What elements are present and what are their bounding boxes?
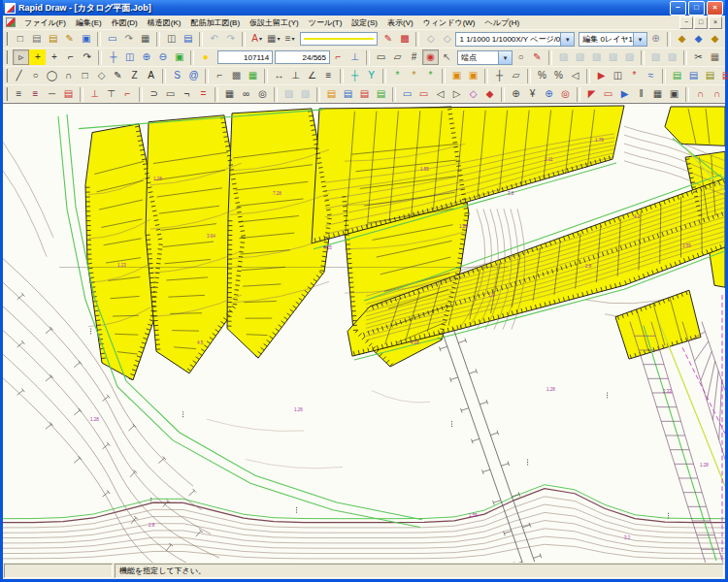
stirrup-1-button[interactable]: ∩ <box>692 86 709 102</box>
highlight-lamp-button[interactable]: ● <box>197 49 214 65</box>
box-frame-button[interactable]: ▣ <box>666 86 682 102</box>
pile-loop-button[interactable]: ∞ <box>238 86 254 102</box>
chevron-down-icon[interactable]: ▾ <box>560 33 574 46</box>
dim-level-button[interactable]: ≡ <box>320 68 337 83</box>
draw-cloud-button[interactable]: @ <box>185 68 202 83</box>
draw-freehand-button[interactable]: ✎ <box>110 68 126 83</box>
draw-ellipse-button[interactable]: ◯ <box>44 68 60 83</box>
coord-x-field[interactable]: 107114 <box>217 50 273 64</box>
scale-page-combo[interactable]: 1 1/1000 1/1000X/Y ページ/0▾ <box>455 32 575 47</box>
target-2-button[interactable]: ¥ <box>524 86 541 102</box>
move-object-button[interactable]: ┼ <box>491 68 508 83</box>
pair-bars-button[interactable]: ‖ <box>633 86 649 102</box>
mirror-button[interactable]: ◁ <box>567 68 583 83</box>
pen-settings-button[interactable]: ✎ <box>380 31 396 47</box>
draw-rect-button[interactable]: □ <box>77 68 93 83</box>
symbol-1-button[interactable]: * <box>389 68 406 83</box>
delete-object-button[interactable]: ◫ <box>610 68 626 83</box>
window-zoom-button[interactable]: ▭ <box>373 49 389 65</box>
dim-angle-button[interactable]: ∠ <box>304 68 320 83</box>
anchor-bar-button[interactable]: ⊥ <box>86 86 103 102</box>
add-select-button[interactable]: + <box>29 49 46 65</box>
paste-button[interactable]: ▤ <box>180 31 196 47</box>
ortho-mode-button[interactable]: ⊥ <box>347 49 363 65</box>
box-select-button[interactable]: + <box>46 49 62 65</box>
menu-item-5[interactable]: 仮設土留工(Y) <box>245 16 304 29</box>
aux-cross-button[interactable]: ┼ <box>347 68 363 83</box>
table-red-button[interactable]: ▤ <box>718 68 728 83</box>
menu-item-10[interactable]: ヘルプ(H) <box>480 16 525 29</box>
diamond-red-button[interactable]: ◆ <box>481 86 498 102</box>
symbol-3-button[interactable]: * <box>422 68 439 83</box>
hatch-select-button[interactable]: ▦▾ <box>265 31 281 47</box>
snap-circle-button[interactable]: ○ <box>513 49 529 65</box>
minimize-button[interactable]: − <box>670 1 686 16</box>
open-template-button[interactable]: ▤ <box>28 31 45 47</box>
u-bar-button[interactable]: ⊃ <box>146 86 162 102</box>
zoom-in-button[interactable]: ⊕ <box>138 49 154 65</box>
cut-tool-button[interactable]: ✂ <box>690 49 707 65</box>
menu-item-4[interactable]: 配筋加工図(B) <box>185 16 245 29</box>
close-button[interactable]: × <box>707 1 723 16</box>
tri-left-button[interactable]: ◁ <box>432 86 448 102</box>
dim-vertical-button[interactable]: ⊥ <box>287 68 304 83</box>
hook-bar-button[interactable]: ⌐ <box>119 86 136 102</box>
sheet-settings-button[interactable]: ▭ <box>104 31 120 47</box>
explode-button[interactable]: * <box>626 68 643 83</box>
snap-mode-combo[interactable]: 端点▾ <box>457 50 513 65</box>
offset-button[interactable]: ⌐ <box>212 68 228 83</box>
tri-right-button[interactable]: ▷ <box>448 86 465 102</box>
menu-item-3[interactable]: 構造図(K) <box>143 16 186 29</box>
color-select-button[interactable]: A▾ <box>248 31 265 47</box>
draw-spline-button[interactable]: S <box>169 68 185 83</box>
list-red-button[interactable]: ▤ <box>356 86 373 102</box>
chevron-down-icon[interactable]: ▾ <box>498 51 512 64</box>
scale-percent-button[interactable]: % <box>534 68 550 83</box>
stirrup-2-button[interactable]: ∩ <box>709 86 725 102</box>
open-folder-button[interactable]: ▤ <box>45 31 61 47</box>
hatch-fill-button[interactable]: ▩ <box>228 68 245 83</box>
mdi-close-button[interactable]: × <box>709 16 722 29</box>
table-olive-button[interactable]: ▤ <box>702 68 718 83</box>
angle-lock-button[interactable]: ⌐ <box>330 49 347 65</box>
snap-edit-button[interactable]: ✎ <box>529 49 546 65</box>
menu-item-8[interactable]: 表示(V) <box>382 16 418 29</box>
polygon-zoom-button[interactable]: ▱ <box>389 49 406 65</box>
restore-button[interactable]: □ <box>688 1 705 16</box>
menu-item-9[interactable]: ウィンドウ(W) <box>418 16 480 29</box>
toolbar-grip[interactable] <box>6 69 8 82</box>
table-blue-button[interactable]: ▤ <box>685 68 702 83</box>
pitch-divide-button[interactable]: # <box>406 49 422 65</box>
toolbar-grip[interactable] <box>6 50 10 64</box>
scale-copy-button[interactable]: % <box>550 68 567 83</box>
draw-polygon-button[interactable]: ◇ <box>93 68 110 83</box>
pile-section-button[interactable]: ▦ <box>221 86 238 102</box>
line-type-select-button[interactable]: ≡▾ <box>281 31 298 47</box>
table-green-button[interactable]: ▤ <box>669 68 685 83</box>
mark-flag-button[interactable]: ▶ <box>593 68 610 83</box>
snap-free-button[interactable]: ↖ <box>439 49 455 65</box>
copy-rotate-button[interactable]: ▱ <box>508 68 524 83</box>
mesh-tool-button[interactable]: ▦ <box>707 49 723 65</box>
snap-magnet-button[interactable]: ◉ <box>422 49 439 65</box>
symbol-2-button[interactable]: * <box>406 68 422 83</box>
toolbar-grip[interactable] <box>6 87 8 101</box>
color-palette-button[interactable]: ▩ <box>396 31 413 47</box>
pan-button[interactable]: ┼ <box>105 49 121 65</box>
chevron-down-icon[interactable]: ▾ <box>633 33 646 46</box>
hatch-image-button[interactable]: ▦ <box>245 68 261 83</box>
toolbar-grip[interactable] <box>6 32 9 46</box>
list-green-button[interactable]: ▤ <box>373 86 389 102</box>
menu-item-2[interactable]: 作図(D) <box>107 16 143 29</box>
draw-arc-button[interactable]: ∩ <box>60 68 77 83</box>
list-orange-button[interactable]: ▤ <box>323 86 340 102</box>
mdi-restore-button[interactable]: □ <box>694 16 708 29</box>
frame-rect-button[interactable]: ▭ <box>600 86 616 102</box>
pile-circle-button[interactable]: ◎ <box>254 86 271 102</box>
key-tool-3-button[interactable]: ◆ <box>707 31 723 47</box>
t-head-bar-button[interactable]: ⊤ <box>103 86 119 102</box>
drawing-canvas[interactable]: 1.281.233.647.284.551.551.283.82.111.784… <box>3 103 725 563</box>
grid-frame-button[interactable]: ▦ <box>649 86 666 102</box>
edit-blue-button[interactable]: ▭ <box>399 86 415 102</box>
rebar-table-button[interactable]: ▤ <box>60 86 77 102</box>
